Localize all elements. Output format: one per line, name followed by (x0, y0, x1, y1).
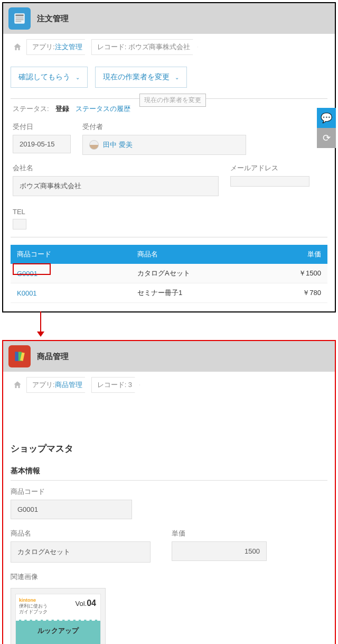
order-app-icon (8, 7, 31, 30)
product-code-link[interactable]: G0001 (17, 270, 37, 278)
svg-rect-2 (15, 17, 23, 19)
col-price: 単価 (232, 245, 327, 264)
change-assignee-button[interactable]: 現在の作業者を変更 ⌄ (95, 67, 187, 88)
recv-date-value: 2019-05-15 (13, 135, 71, 153)
product-name-cell: カタログAセット (131, 264, 232, 283)
col-code: 商品コード (11, 245, 131, 264)
home-icon[interactable] (10, 39, 25, 55)
product-price-cell: ￥780 (232, 283, 327, 303)
panel1-breadcrumb: アプリ: 注文管理 レコード: ボウズ商事株式会社 (3, 34, 335, 60)
svg-rect-1 (15, 14, 23, 16)
product-app-icon (8, 345, 31, 367)
company-label: 会社名 (13, 163, 219, 173)
panel1-header: 注文管理 (3, 3, 335, 34)
name-label: 商品名 (11, 529, 151, 538)
recv-date-label: 受付日 (13, 122, 71, 132)
home-icon[interactable] (10, 377, 25, 393)
col-name: 商品名 (131, 245, 232, 264)
product-name-cell: セミナー冊子1 (131, 283, 232, 303)
avatar-icon (89, 140, 99, 150)
user-link[interactable]: 田中 愛美 (103, 140, 133, 150)
crumb-app-link[interactable]: 注文管理 (55, 42, 82, 52)
confirm-button[interactable]: 確認してもらう ⌄ (11, 67, 88, 88)
image-gallery: kintone 便利に使おう ガイドブック Vol.04 ルックアップ kint… (11, 588, 106, 644)
refresh-icon[interactable]: ⟳ (317, 128, 336, 148)
panel1-title: 注文管理 (37, 14, 69, 24)
chevron-down-icon: ⌄ (76, 75, 80, 80)
panel2-header: 商品管理 (3, 341, 335, 372)
status-value: 登録 (55, 104, 69, 114)
crumb-record: レコード: 3 (91, 377, 140, 393)
email-label: メールアドレス (230, 163, 309, 173)
tel-value (13, 219, 26, 229)
images-label: 関連画像 (11, 572, 327, 582)
crumb-app[interactable]: アプリ: 注文管理 (26, 39, 90, 55)
panel2-title: 商品管理 (37, 352, 69, 362)
crumb-app-link[interactable]: 商品管理 (55, 380, 82, 390)
crumb-record: レコード: ボウズ商事株式会社 (91, 39, 198, 55)
svg-rect-4 (15, 21, 21, 22)
product-price-cell: ￥1500 (232, 264, 327, 283)
svg-rect-3 (15, 19, 23, 20)
vol-label: Vol.04 (76, 599, 96, 608)
status-block: 現在の作業者を変更 ステータス: 登録 ステータスの履歴 受付日 2019-05… (11, 98, 327, 237)
panel2-breadcrumb: アプリ: 商品管理 レコード: 3 (3, 372, 335, 398)
code-label: 商品コード (11, 487, 327, 496)
order-mgmt-panel: 注文管理 アプリ: 注文管理 レコード: ボウズ商事株式会社 確認してもらう ⌄… (2, 2, 336, 312)
book-thumbnail[interactable]: kintone 便利に使おう ガイドブック Vol.04 ルックアップ (15, 594, 101, 644)
arrow-connector (0, 315, 338, 338)
assignee-tooltip: 現在の作業者を変更 (139, 94, 206, 107)
table-row: G0001 カタログAセット ￥1500 (11, 264, 327, 283)
section-title: ショップマスタ (11, 443, 327, 455)
tel-label: TEL (13, 208, 26, 216)
price-value: 1500 (172, 541, 267, 561)
name-value: カタログAセット (11, 541, 151, 563)
book-title: ルックアップ (16, 620, 100, 644)
sub-title: 基本情報 (11, 466, 327, 481)
comment-icon[interactable]: 💬 (317, 108, 336, 128)
recv-person-value: 田中 愛美 (82, 135, 246, 155)
price-label: 単価 (172, 529, 267, 538)
table-row: K0001 セミナー冊子1 ￥780 (11, 283, 327, 303)
panel1-body: 確認してもらう ⌄ 現在の作業者を変更 ⌄ 現在の作業者を変更 ステータス: 登… (3, 60, 335, 311)
crumb-app[interactable]: アプリ: 商品管理 (26, 377, 90, 393)
recv-person-label: 受付者 (82, 122, 246, 132)
product-mgmt-panel: 商品管理 アプリ: 商品管理 レコード: 3 ショップマスタ 基本情報 商品コー… (2, 340, 336, 644)
status-history-link[interactable]: ステータスの履歴 (76, 104, 130, 114)
email-value (230, 176, 309, 187)
product-code-link[interactable]: K0001 (17, 289, 37, 297)
panel2-body: ショップマスタ 基本情報 商品コード G0001 商品名 カタログAセット 単価… (3, 398, 335, 644)
chevron-down-icon: ⌄ (175, 75, 179, 80)
product-table: 商品コード 商品名 単価 G0001 カタログAセット ￥1500 K0001 … (11, 245, 327, 303)
side-buttons: 💬 ⟳ (317, 108, 336, 148)
status-label: ステータス: (13, 104, 49, 114)
company-value: ボウズ商事株式会社 (13, 176, 219, 196)
code-value: G0001 (11, 500, 132, 519)
